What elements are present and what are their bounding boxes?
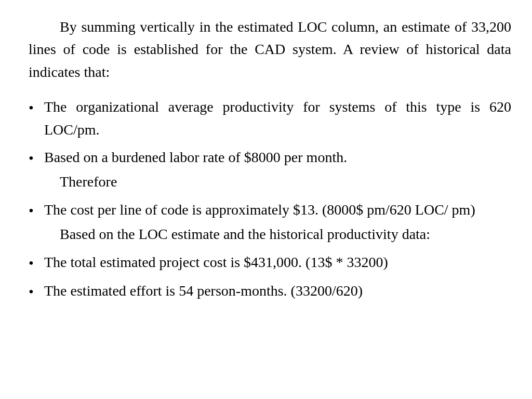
bullet-dot: • bbox=[29, 252, 44, 274]
bullet-dot: • bbox=[29, 147, 44, 169]
bullet-content: The cost per line of code is approximate… bbox=[44, 198, 511, 246]
intro-paragraph: By summing vertically in the estimated L… bbox=[29, 16, 511, 83]
list-item: • The total estimated project cost is $4… bbox=[29, 251, 511, 274]
list-item: • The cost per line of code is approxima… bbox=[29, 198, 511, 246]
list-item: • Based on a burdened labor rate of $800… bbox=[29, 146, 511, 193]
bullet-main-text: The estimated effort is 54 person-months… bbox=[44, 283, 363, 299]
bullet-main-text: The organizational average productivity … bbox=[44, 99, 511, 137]
bullet-sub-text: Based on the LOC estimate and the histor… bbox=[60, 223, 511, 245]
bullet-content: The organizational average productivity … bbox=[44, 96, 511, 141]
bullet-content: The total estimated project cost is $431… bbox=[44, 251, 511, 273]
bullet-sub-text: Therefore bbox=[60, 170, 511, 193]
bullet-dot: • bbox=[29, 281, 44, 303]
list-item: • The organizational average productivit… bbox=[29, 96, 511, 141]
bullet-list: • The organizational average productivit… bbox=[29, 96, 511, 303]
bullet-dot: • bbox=[29, 200, 44, 222]
bullet-dot: • bbox=[29, 97, 44, 119]
list-item: • The estimated effort is 54 person-mont… bbox=[29, 280, 511, 303]
bullet-main-text: Based on a burdened labor rate of $8000 … bbox=[44, 149, 347, 165]
bullet-main-text: The cost per line of code is approximate… bbox=[44, 202, 475, 218]
bullet-main-text: The total estimated project cost is $431… bbox=[44, 254, 388, 270]
bullet-content: Based on a burdened labor rate of $8000 … bbox=[44, 146, 511, 193]
bullet-content: The estimated effort is 54 person-months… bbox=[44, 280, 511, 302]
